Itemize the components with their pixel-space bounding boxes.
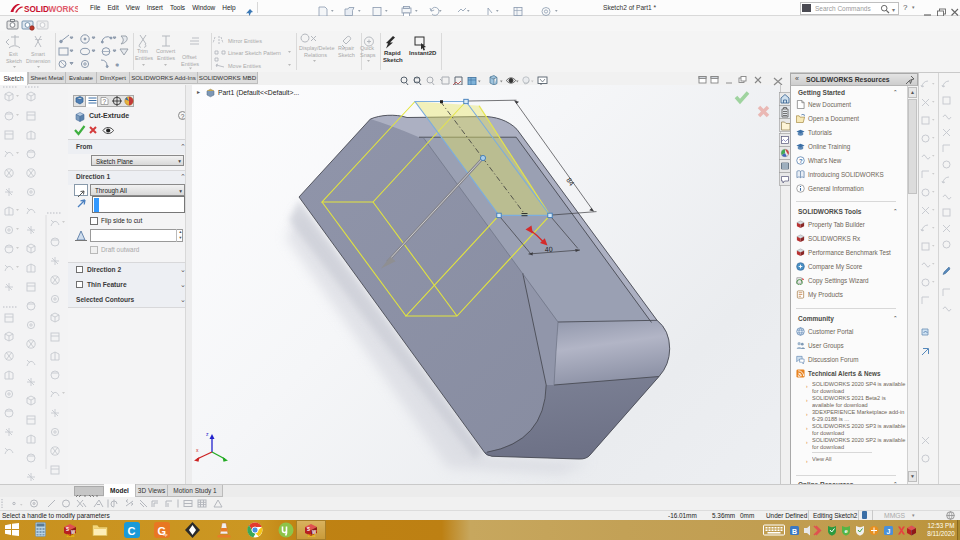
svg-text:Entities: Entities [181, 61, 199, 67]
svg-text:z: z [206, 431, 209, 437]
svg-text:Sketch: Sketch [338, 52, 355, 58]
svg-text:S: S [66, 527, 69, 532]
svg-text:?: ? [103, 98, 107, 105]
svg-text:S: S [307, 527, 310, 532]
svg-text:Mirror Entities: Mirror Entities [228, 38, 262, 44]
svg-text:x: x [196, 447, 199, 453]
svg-text:Move Entities: Move Entities [228, 63, 261, 69]
svg-text:Repair: Repair [338, 45, 354, 51]
svg-text:Exit: Exit [9, 51, 18, 57]
svg-text:Snaps: Snaps [360, 52, 376, 58]
svg-text:Entities: Entities [135, 55, 153, 61]
svg-text:2016: 2016 [308, 534, 316, 538]
svg-text:Entities: Entities [157, 55, 175, 61]
svg-text:Sketch: Sketch [6, 58, 22, 64]
svg-text:84: 84 [565, 176, 575, 187]
svg-text:B: B [792, 528, 797, 535]
svg-text:WORKS: WORKS [49, 5, 79, 14]
svg-text:C: C [128, 525, 136, 537]
svg-text:?: ? [799, 158, 803, 164]
svg-text:J: J [887, 528, 891, 535]
svg-text:Smart: Smart [31, 51, 45, 57]
svg-text:Sketch: Sketch [383, 57, 403, 63]
svg-text:Instant2D: Instant2D [409, 50, 437, 56]
svg-text:Trim: Trim [137, 48, 148, 54]
svg-text:2016: 2016 [67, 534, 75, 538]
svg-text:*: * [116, 63, 119, 69]
svg-text:np: np [163, 532, 168, 537]
svg-text:Rapid: Rapid [384, 50, 401, 56]
svg-text:Convert: Convert [156, 48, 176, 54]
svg-text:Relations: Relations [304, 52, 327, 58]
svg-text:40: 40 [544, 245, 552, 253]
svg-text:Dimension: Dimension [26, 58, 51, 64]
svg-text:Display/Delete: Display/Delete [299, 45, 334, 51]
svg-text:Quick: Quick [360, 45, 374, 51]
svg-text:SOLID: SOLID [24, 5, 49, 14]
svg-text:Linear Sketch Pattern: Linear Sketch Pattern [228, 50, 281, 56]
svg-text:Offset: Offset [182, 54, 197, 60]
